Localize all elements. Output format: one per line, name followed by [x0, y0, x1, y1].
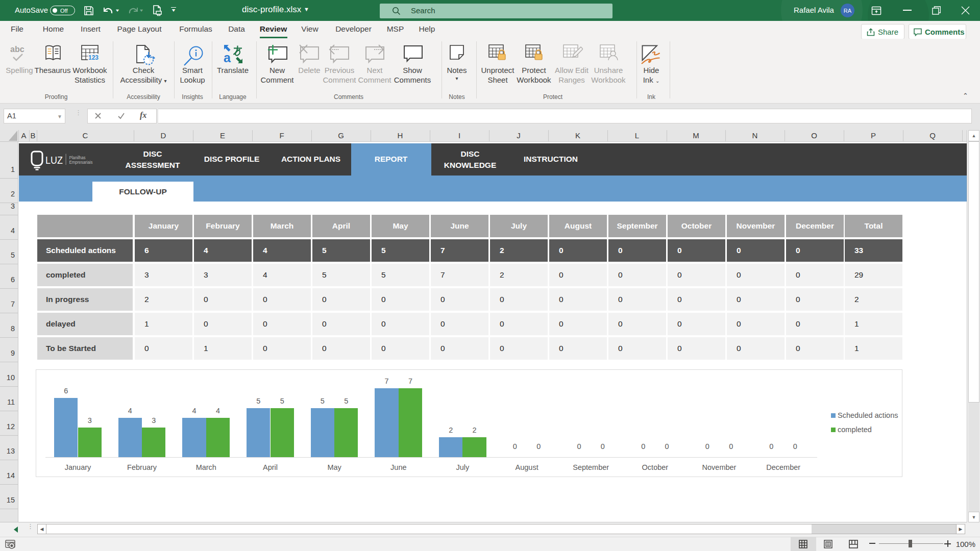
svg-text:a: a — [224, 51, 231, 64]
svg-text:Empresariais: Empresariais — [69, 159, 93, 165]
svg-text:abc: abc — [10, 45, 24, 54]
svg-text:LUZ: LUZ — [45, 154, 63, 166]
svg-text:123: 123 — [88, 54, 99, 61]
